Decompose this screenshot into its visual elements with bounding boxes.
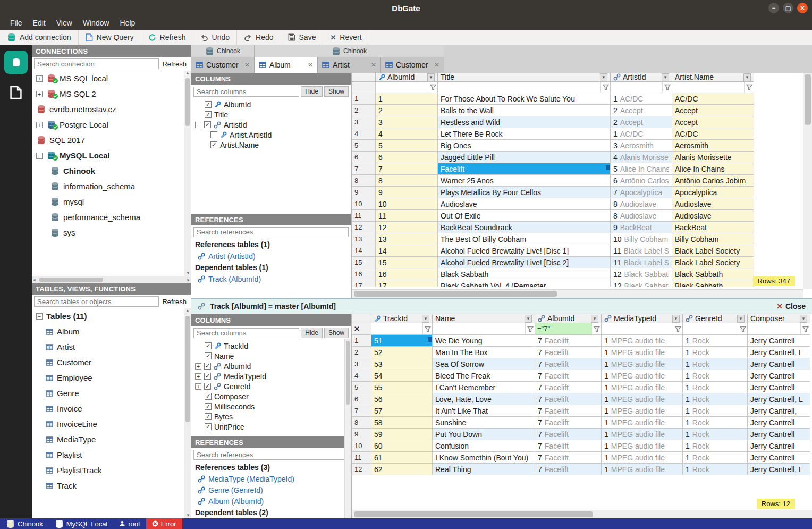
cell-name[interactable]: Sunshine bbox=[433, 417, 535, 429]
connections-search-input[interactable] bbox=[34, 58, 159, 69]
collapse-icon[interactable]: − bbox=[36, 313, 43, 320]
cell-trackid[interactable]: 60 bbox=[371, 440, 433, 452]
cell-genreid[interactable]: 1Rock bbox=[683, 393, 748, 405]
revert-button[interactable]: ✕Revert bbox=[323, 30, 369, 45]
reference-link-genre-genreid-[interactable]: Genre (GenreId) bbox=[191, 484, 351, 496]
menu-item-view[interactable]: View bbox=[52, 17, 77, 29]
row-number-cell[interactable]: 7 bbox=[352, 405, 371, 417]
row-number-cell[interactable]: 12 bbox=[352, 222, 376, 233]
cell-composer[interactable]: Jerry Cantrell bbox=[748, 370, 810, 382]
connection-item-information-schema[interactable]: information_schema bbox=[32, 179, 191, 194]
columns-search-input[interactable] bbox=[193, 87, 299, 97]
cell-albumid[interactable]: 7Facelift bbox=[535, 405, 602, 417]
cell-composer[interactable]: Jerry Cantrell bbox=[748, 440, 810, 452]
column-tree-item-milliseconds[interactable]: ✓Milliseconds bbox=[191, 401, 351, 412]
cell-artist-name[interactable]: Billy Cobham bbox=[672, 233, 754, 245]
filter-funnel-icon[interactable] bbox=[673, 323, 682, 334]
connection-item-mysql[interactable]: mysql bbox=[32, 194, 191, 209]
cell-trackid[interactable]: 59 bbox=[371, 429, 433, 440]
connections-refresh-button[interactable]: Refresh bbox=[161, 60, 191, 68]
table-item-mediatype[interactable]: MediaType bbox=[32, 432, 191, 447]
cell-mediatypeid[interactable]: 1MPEG audio file bbox=[602, 440, 683, 452]
collapse-icon[interactable]: − bbox=[36, 153, 43, 159]
cell-genreid[interactable]: 1Rock bbox=[683, 452, 748, 464]
table-item-customer[interactable]: Customer bbox=[32, 355, 191, 370]
cell-title[interactable]: Warner 25 Anos bbox=[438, 175, 611, 187]
cell-artist-name[interactable]: Alice In Chains bbox=[672, 163, 754, 175]
row-number-cell[interactable]: 8 bbox=[352, 417, 371, 429]
filter-input-artistid[interactable] bbox=[611, 82, 662, 93]
cell-albumid[interactable]: 8 bbox=[376, 175, 438, 187]
row-number-cell[interactable]: 17 bbox=[352, 280, 376, 287]
column-menu-chevron-icon[interactable]: ▼ bbox=[800, 315, 807, 323]
column-header-albumid[interactable]: AlbumId▼ bbox=[535, 314, 602, 323]
column-menu-chevron-icon[interactable]: ▼ bbox=[662, 73, 669, 81]
cell-albumid[interactable]: 17 bbox=[376, 280, 438, 287]
column-checkbox[interactable]: ✓ bbox=[205, 413, 212, 420]
connection-item-performance-schema[interactable]: performance_schema bbox=[32, 209, 191, 225]
cell-title[interactable]: Black Sabbath bbox=[438, 268, 611, 280]
cell-artistid[interactable]: 8Audioslave bbox=[611, 210, 672, 222]
tab-customer[interactable]: Customer✕ bbox=[381, 57, 444, 73]
reference-link-track-albumid-[interactable]: Track (AlbumId) bbox=[191, 273, 351, 284]
expand-icon[interactable]: + bbox=[195, 373, 201, 380]
cell-artistid[interactable]: 1AC/DC bbox=[611, 93, 672, 105]
reference-link-mediatype-mediatypeid-[interactable]: MediaType (MediaTypeId) bbox=[191, 473, 351, 484]
cell-title[interactable]: Big Ones bbox=[438, 140, 611, 152]
cell-artist-name[interactable]: Audioslave bbox=[672, 198, 754, 210]
cell-trackid[interactable]: 62 bbox=[371, 464, 433, 475]
column-checkbox[interactable]: ✓ bbox=[205, 393, 212, 400]
row-number-cell[interactable]: 1 bbox=[352, 335, 371, 347]
cell-albumid[interactable]: 4 bbox=[376, 128, 438, 140]
cell-mediatypeid[interactable]: 1MPEG audio file bbox=[602, 347, 683, 358]
column-tree-item-unitprice[interactable]: ✓UnitPrice bbox=[191, 422, 351, 432]
cell-albumid[interactable]: 16 bbox=[376, 268, 438, 280]
row-number-cell[interactable]: 2 bbox=[352, 347, 371, 358]
cell-title[interactable]: Black Sabbath Vol. 4 (Remaster bbox=[438, 280, 611, 287]
cell-albumid[interactable]: 7 bbox=[376, 163, 438, 175]
filter-input-albumid[interactable] bbox=[535, 323, 591, 334]
reference-link-album-albumid-[interactable]: Album (AlbumId) bbox=[191, 496, 351, 507]
row-number-cell[interactable]: 13 bbox=[352, 233, 376, 245]
column-tree-item-composer[interactable]: ✓Composer bbox=[191, 391, 351, 401]
cell-artist-name[interactable]: Apocalyptica bbox=[672, 187, 754, 198]
cell-title[interactable]: Plays Metallica By Four Cellos bbox=[438, 187, 611, 198]
column-tree-item-artist-artistid[interactable]: Artist.ArtistId bbox=[191, 130, 351, 140]
cell-name[interactable]: Man In The Box bbox=[433, 347, 535, 358]
cell-title[interactable]: The Best Of Billy Cobham bbox=[438, 233, 611, 245]
add-connection-button[interactable]: Add connection bbox=[0, 30, 79, 45]
cell-albumid[interactable]: 7Facelift bbox=[535, 358, 602, 370]
cell-albumid[interactable]: 11 bbox=[376, 210, 438, 222]
filter-input-albumid[interactable] bbox=[376, 82, 428, 93]
cell-name[interactable]: It Ain't Like That bbox=[433, 405, 535, 417]
cell-albumid[interactable]: 7Facelift bbox=[535, 370, 602, 382]
column-header-genreid[interactable]: GenreId▼ bbox=[683, 314, 748, 323]
column-header-title[interactable]: Title▼ bbox=[438, 73, 611, 82]
expand-icon[interactable]: + bbox=[195, 363, 201, 370]
cell-title[interactable]: Balls to the Wall bbox=[438, 105, 611, 116]
cell-mediatypeid[interactable]: 1MPEG audio file bbox=[602, 417, 683, 429]
cell-title[interactable]: Restless and Wild bbox=[438, 116, 611, 128]
collapse-icon[interactable]: − bbox=[195, 122, 201, 128]
cell-name[interactable]: I Know Somethin (Bout You) bbox=[433, 452, 535, 464]
tab-close-icon[interactable]: ✕ bbox=[434, 61, 439, 69]
tables-vscrollbar[interactable]: ▲▼ bbox=[184, 308, 191, 518]
filter-input-mediatypeid[interactable] bbox=[602, 323, 673, 334]
maximize-button[interactable]: ▢ bbox=[783, 3, 793, 13]
expand-icon[interactable]: + bbox=[36, 122, 43, 128]
cell-artist-name[interactable]: AC/DC bbox=[672, 93, 754, 105]
cell-albumid[interactable]: 7Facelift bbox=[535, 393, 602, 405]
menu-item-help[interactable]: Help bbox=[115, 17, 140, 29]
cell-artist-name[interactable]: Black Sabbath bbox=[672, 268, 754, 280]
cell-composer[interactable]: Jerry Cantrell bbox=[748, 452, 810, 464]
tables-group-header[interactable]: −Tables (11) bbox=[32, 308, 191, 324]
cell-albumid[interactable]: 7Facelift bbox=[535, 347, 602, 358]
column-menu-chevron-icon[interactable]: ▼ bbox=[422, 315, 429, 323]
column-header-mediatypeid[interactable]: MediaTypeId▼ bbox=[602, 314, 683, 323]
cell-title[interactable]: Let There Be Rock bbox=[438, 128, 611, 140]
cell-name[interactable]: Confusion bbox=[433, 440, 535, 452]
cell-albumid[interactable]: 7Facelift bbox=[535, 429, 602, 440]
filter-input-name[interactable] bbox=[433, 323, 525, 334]
cell-composer[interactable]: Jerry Cantrell bbox=[748, 358, 810, 370]
column-checkbox[interactable]: ✓ bbox=[204, 121, 211, 128]
